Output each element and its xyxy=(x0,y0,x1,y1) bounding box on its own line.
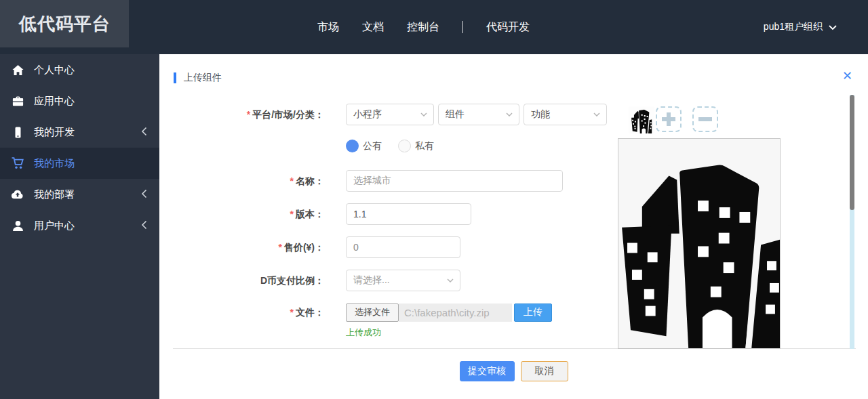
app-logo: 低代码平台 xyxy=(0,0,129,47)
choose-file-button[interactable]: 选择文件 xyxy=(346,303,399,322)
dcoin-label: D币支付比例： xyxy=(173,270,324,291)
upload-button[interactable]: 上传 xyxy=(514,303,552,322)
required-asterisk: * xyxy=(247,109,250,120)
file-row: *文件： 选择文件 C:\fakepath\city.zip 上传 xyxy=(173,303,552,322)
private-radio-label: 私有 xyxy=(415,140,434,152)
nav-divider xyxy=(462,21,463,33)
chevron-left-icon xyxy=(141,220,147,232)
minus-icon xyxy=(697,111,713,127)
sidebar-item-label: 用户中心 xyxy=(34,219,75,232)
chevron-down-icon xyxy=(447,278,454,282)
close-icon[interactable]: ✕ xyxy=(842,70,852,82)
add-image-button[interactable] xyxy=(656,106,682,132)
public-radio[interactable] xyxy=(346,140,359,152)
sidebar-item-my-deployment[interactable]: 我的部署 xyxy=(0,179,159,210)
required-asterisk: * xyxy=(290,175,294,186)
chevron-left-icon xyxy=(141,127,147,138)
sidebar-item-user-center[interactable]: 用户中心 xyxy=(0,210,159,241)
file-label: *文件： xyxy=(173,303,324,322)
sidebar-item-app-center[interactable]: 应用中心 xyxy=(0,85,159,117)
sidebar-item-label: 个人中心 xyxy=(34,64,75,77)
category-select[interactable]: 功能 xyxy=(524,104,607,125)
component-icon-thumbnail xyxy=(629,106,654,133)
sidebar-item-label: 应用中心 xyxy=(34,95,75,108)
version-input[interactable] xyxy=(346,203,471,225)
required-asterisk: * xyxy=(290,307,294,318)
top-nav: 市场 文档 控制台 代码开发 xyxy=(317,0,530,54)
sidebar-item-personal-center[interactable]: 个人中心 xyxy=(0,54,159,85)
nav-console[interactable]: 控制台 xyxy=(407,20,439,35)
name-label: *名称： xyxy=(173,170,324,192)
visibility-row: 公有 私有 xyxy=(173,140,450,152)
sidebar-item-my-development[interactable]: 我的开发 xyxy=(0,117,159,148)
platform-label: *平台/市场/分类： xyxy=(173,104,324,125)
modal-actions: 提交审核 取消 xyxy=(159,361,868,381)
chevron-down-icon xyxy=(829,22,837,33)
page-title: 上传组件 xyxy=(184,72,222,84)
scrollbar-thumb[interactable] xyxy=(850,95,854,210)
city-buildings-image xyxy=(619,140,781,348)
city-buildings-icon xyxy=(629,106,654,133)
chevron-down-icon xyxy=(420,112,427,117)
briefcase-icon xyxy=(11,94,24,108)
upload-component-panel: 上传组件 ✕ *平台/市场/分类： 小程序 组件 功能 xyxy=(159,54,868,399)
price-label: *售价(¥)： xyxy=(173,236,324,258)
required-asterisk: * xyxy=(290,209,294,219)
chevron-down-icon xyxy=(593,112,600,117)
upload-form: *平台/市场/分类： 小程序 组件 功能 公 xyxy=(173,95,856,349)
cancel-button[interactable]: 取消 xyxy=(521,361,568,381)
sidebar-item-label: 我的市场 xyxy=(34,157,75,170)
name-input[interactable] xyxy=(346,170,563,192)
top-header: 低代码平台 市场 文档 控制台 代码开发 pub1租户组织 xyxy=(0,0,868,54)
required-asterisk: * xyxy=(278,242,281,253)
market-select[interactable]: 组件 xyxy=(438,104,519,125)
tenant-menu[interactable]: pub1租户组织 xyxy=(764,0,837,54)
version-label: *版本： xyxy=(173,203,324,225)
price-input[interactable] xyxy=(346,236,460,258)
plus-icon xyxy=(660,111,677,127)
price-row: *售价(¥)： xyxy=(173,236,460,258)
submit-review-button[interactable]: 提交审核 xyxy=(460,361,515,381)
version-row: *版本： xyxy=(173,203,471,225)
sidebar-item-label: 我的开发 xyxy=(34,126,75,139)
mobile-icon xyxy=(11,125,24,139)
platform-select[interactable]: 小程序 xyxy=(346,104,434,125)
title-accent-bar xyxy=(174,72,176,83)
tenant-label: pub1租户组织 xyxy=(764,21,823,33)
sidebar-item-label: 我的部署 xyxy=(34,188,75,201)
file-path-text: C:\fakepath\city.zip xyxy=(399,303,512,322)
remove-image-button[interactable] xyxy=(692,106,718,132)
sidebar: 个人中心 应用中心 我的开发 我的市场 我的部署 用户中心 xyxy=(0,54,159,399)
nav-market[interactable]: 市场 xyxy=(317,20,339,35)
sidebar-item-my-market[interactable]: 我的市场 xyxy=(0,148,159,179)
upload-success-status: 上传成功 xyxy=(346,327,381,339)
private-radio[interactable] xyxy=(398,140,411,152)
nav-code-dev[interactable]: 代码开发 xyxy=(486,20,530,35)
platform-row: *平台/市场/分类： 小程序 组件 功能 xyxy=(173,104,607,125)
chevron-left-icon xyxy=(141,189,147,201)
public-radio-label: 公有 xyxy=(363,140,382,152)
cloud-upload-icon xyxy=(11,188,24,201)
user-icon xyxy=(11,219,24,232)
nav-docs[interactable]: 文档 xyxy=(362,20,384,35)
name-row: *名称： xyxy=(173,170,563,192)
component-image-preview xyxy=(618,138,781,349)
dcoin-select[interactable]: 请选择... xyxy=(346,270,460,291)
chevron-down-icon xyxy=(506,112,513,117)
dcoin-row: D币支付比例： 请选择... xyxy=(173,270,460,291)
home-icon xyxy=(11,63,24,77)
cart-icon xyxy=(11,156,24,170)
panel-title-row: 上传组件 xyxy=(174,72,222,84)
vertical-scrollbar[interactable] xyxy=(850,95,854,349)
